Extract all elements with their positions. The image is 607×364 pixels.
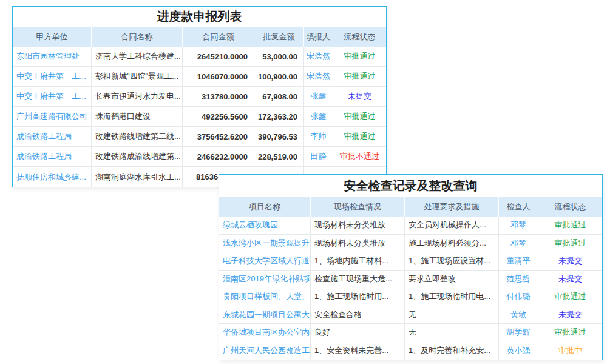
cell-inspection: 现场材料未分类堆放 [311,217,405,234]
table-row: 贵阳项目样板间、大堂、1、施工现场临时用...1、施工现场临时用电...付伟璐审… [219,288,602,306]
cell-status: 审批通过 [333,127,386,146]
table-row: 电子科技大学区域人行道1、场地内施工材料...1、施工现场应设置材...董清平未… [219,252,602,271]
cell-filler: 田静 [304,147,333,166]
cell-inspection: 1、场地内施工材料... [311,252,405,270]
progress-payment-table-title: 进度款申报列表 [13,7,386,27]
cell-party_unit[interactable]: 抚顺住房和城乡建... [13,167,92,187]
cell-party_unit[interactable]: 成渝铁路工程局 [13,147,92,166]
cell-inspection: 1、施工现场临时用... [311,288,405,306]
cell-inspection: 1、安全资料未完善... [311,342,405,360]
page: 进度款申报列表 甲方单位合同名称合同金额批复金额填报人流程状态 东阳市园林管理处… [0,0,607,364]
cell-project_name[interactable]: 贵阳项目样板间、大堂、 [219,288,311,306]
cell-inspector: 董清平 [499,252,538,270]
cell-project_name[interactable]: 浅水湾小区一期景观提升 [219,235,311,252]
cell-contract_name: 济南大学工科综合楼建... [92,47,183,66]
cell-status: 审批中 [538,342,602,360]
table-row: 成渝铁路工程局改建铁路成渝线增建第...2466232.0000228,519.… [13,147,386,167]
cell-project_name[interactable]: 电子科技大学区域人行道 [219,252,311,270]
table-row: 绿城云栖玫瑰园现场材料未分类堆放安全员对机械操作人...邓琴审批通过 [219,217,602,235]
cell-project_name[interactable]: 东城花园一期项目公寓大 [219,306,311,324]
cell-party_unit[interactable]: 中交王府井第三工... [13,87,92,106]
cell-measures: 安全员对机械操作人... [405,217,499,234]
cell-party_unit[interactable]: 成渝铁路工程局 [13,127,92,146]
cell-party_unit[interactable]: 东阳市园林管理处 [13,47,92,66]
cell-approved_amount: 67,908.00 [254,87,304,106]
column-header-contract_amount: 合同金额 [183,27,254,47]
table-row: 潼南区2019年绿化补贴项检查施工现场重大危...要求立即整改范思哲未提交 [219,271,602,289]
cell-filler: 张鑫 [304,87,333,106]
cell-measures: 无 [405,324,499,342]
cell-inspector: 范思哲 [499,271,538,288]
cell-status: 审批通过 [333,107,386,126]
table-row: 广州高速路有限公司珠海鹤港口建设492256.5600172,363.20张鑫审… [13,107,386,127]
cell-contract_amount: 1046070.0000 [183,67,254,86]
cell-inspection: 良好 [311,324,405,342]
cell-project_name[interactable]: 潼南区2019年绿化补贴项 [219,271,311,288]
cell-status: 审批通过 [538,217,602,234]
column-header-status: 流程状态 [538,197,602,217]
cell-contract_name: 珠海鹤港口建设 [92,107,183,126]
safety-inspection-table-body: 绿城云栖玫瑰园现场材料未分类堆放安全员对机械操作人...邓琴审批通过浅水湾小区一… [219,217,602,360]
table-row: 浅水湾小区一期景观提升现场材料未分类堆放施工现场材料必须分...邓琴审批通过 [219,235,602,253]
cell-status: 审批通过 [333,47,386,66]
cell-measures: 无 [405,306,499,324]
cell-party_unit[interactable]: 中交王府井第三工... [13,67,92,86]
column-header-party_unit: 甲方单位 [13,27,92,47]
cell-status: 审批通过 [538,324,602,342]
cell-inspector: 黄小强 [499,342,538,360]
cell-contract_amount: 492256.5600 [183,107,254,126]
cell-status: 审批通过 [538,235,602,252]
table-row: 中交王府井第三工...彭祖新城"四馆"景观工...1046070.0000100… [13,67,386,87]
progress-payment-table-window: 进度款申报列表 甲方单位合同名称合同金额批复金额填报人流程状态 东阳市园林管理处… [12,6,387,187]
column-header-inspection: 现场检查情况 [311,197,405,217]
safety-inspection-table-header: 项目名称现场检查情况处理要求及措施检查人流程状态 [219,197,602,217]
column-header-inspector: 检查人 [499,197,538,217]
column-header-filler: 填报人 [304,27,333,47]
cell-contract_amount: 313780.0000 [183,87,254,106]
cell-status: 未提交 [538,306,602,324]
cell-approved_amount: 53,000.00 [254,47,304,66]
cell-approved_amount: 390,796.53 [254,127,304,146]
cell-inspection: 检查施工现场重大危... [311,271,405,288]
column-header-measures: 处理要求及措施 [405,197,499,217]
cell-measures: 1、施工现场临时用电... [405,288,499,306]
cell-project_name[interactable]: 广州天河人民公园改造工 [219,342,311,360]
safety-inspection-table-title: 安全检查记录及整改查询 [219,175,602,197]
cell-measures: 1、及时完善和补充安... [405,342,499,360]
cell-status: 审批通过 [333,67,386,86]
progress-payment-table-header: 甲方单位合同名称合同金额批复金额填报人流程状态 [13,27,386,47]
cell-inspector: 付伟璐 [499,288,538,306]
cell-contract_amount: 2466232.0000 [183,147,254,166]
cell-approved_amount: 100,900.00 [254,67,304,86]
cell-measures: 施工现场材料必须分... [405,235,499,252]
cell-inspection: 安全检查合格 [311,306,405,324]
cell-contract_amount: 2645210.0000 [183,47,254,66]
cell-filler: 宋浩然 [304,47,333,66]
column-header-status: 流程状态 [333,27,386,47]
cell-filler: 宋浩然 [304,67,333,86]
table-row: 中交王府井第三工...长春市伊通河水力发电...313780.000067,90… [13,87,386,107]
table-row: 东城花园一期项目公寓大安全检查合格无黄敏未提交 [219,306,602,325]
progress-payment-table-body: 东阳市园林管理处济南大学工科综合楼建...2645210.000053,000.… [13,47,386,187]
cell-status: 未提交 [538,252,602,270]
cell-contract_name: 湖南洞庭湖水库引水工... [92,167,183,187]
cell-filler: 李帅 [304,127,333,146]
cell-status: 审批通过 [538,288,602,306]
cell-contract_name: 长春市伊通河水力发电... [92,87,183,106]
cell-party_unit[interactable]: 广州高速路有限公司 [13,107,92,126]
cell-inspector: 邓琴 [499,235,538,252]
cell-inspector: 胡学辉 [499,324,538,342]
cell-inspection: 现场材料未分类堆放 [311,235,405,252]
column-header-approved_amount: 批复金额 [254,27,304,47]
table-row: 华侨城项目南区办公室内良好无胡学辉审批通过 [219,324,602,342]
cell-inspector: 邓琴 [499,217,538,234]
cell-contract_name: 彭祖新城"四馆"景观工... [92,67,183,86]
cell-measures: 1、施工现场应设置材... [405,252,499,270]
cell-inspector: 黄敏 [499,306,538,324]
cell-contract_name: 改建铁路成渝线增建第... [92,147,183,166]
cell-project_name[interactable]: 绿城云栖玫瑰园 [219,217,311,234]
cell-contract_amount: 3756452.6200 [183,127,254,146]
table-row: 广州天河人民公园改造工1、安全资料未完善...1、及时完善和补充安...黄小强审… [219,342,602,360]
cell-status: 未提交 [333,87,386,106]
cell-project_name[interactable]: 华侨城项目南区办公室内 [219,324,311,342]
